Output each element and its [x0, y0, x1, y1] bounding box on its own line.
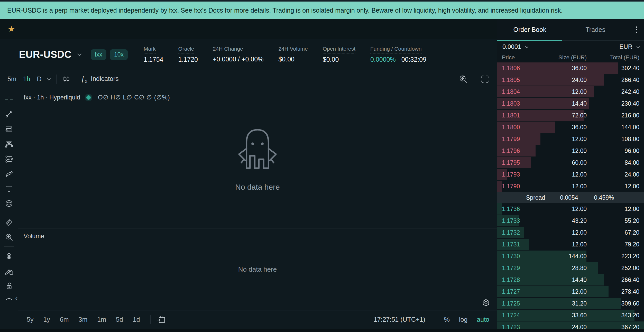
candlestick-style-icon[interactable]	[61, 74, 71, 84]
ask-row[interactable]: 1.180412.00242.40	[497, 86, 644, 98]
projection-icon[interactable]	[2, 151, 16, 166]
ask-total: 302.40	[587, 65, 639, 72]
ask-row[interactable]: 1.180524.00266.40	[497, 74, 644, 86]
bid-row[interactable]: 1.1730144.00223.20	[497, 250, 644, 262]
ask-total: 242.40	[587, 88, 639, 95]
brush-icon[interactable]	[2, 166, 16, 181]
magnet-icon[interactable]	[2, 248, 16, 263]
symbol-header: EUR-USDC fxx10x Mark1.1754Oracle1.172024…	[0, 39, 497, 70]
interval-button-D[interactable]: D	[34, 74, 45, 84]
lock-all-icon[interactable]	[2, 278, 16, 293]
bid-size: 12.00	[540, 241, 587, 248]
bid-row[interactable]: 1.172324.00367.20	[497, 321, 644, 329]
chart-toolbar: 5m1hD ƒx Indicators	[0, 70, 497, 88]
ask-row[interactable]: 1.180172.00216.00	[497, 109, 644, 121]
clock[interactable]: 17:27:51 (UTC+1)	[374, 316, 425, 323]
tab-order-book[interactable]: Order Book	[497, 26, 562, 33]
ask-row[interactable]: 1.179912.00108.00	[497, 133, 644, 145]
scale-button-percent[interactable]: %	[444, 316, 450, 323]
bid-row[interactable]: 1.172433.60343.20	[497, 309, 644, 321]
bid-price: 1.1733	[502, 217, 540, 224]
range-button-1d[interactable]: 1d	[133, 316, 140, 323]
spread-row: Spread 0.0054 0.459%	[497, 192, 644, 203]
bid-row[interactable]: 1.172928.80252.00	[497, 262, 644, 274]
bid-row[interactable]: 1.173212.0067.20	[497, 227, 644, 238]
bid-price: 1.1729	[502, 265, 540, 272]
tick-size-select[interactable]: 0.0001	[502, 43, 521, 50]
drawing-lock-icon[interactable]	[2, 263, 16, 278]
kebab-menu-icon[interactable]	[629, 26, 644, 33]
ask-total: 24.00	[587, 171, 639, 178]
bid-row[interactable]: 1.173612.0012.00	[497, 203, 644, 215]
eye-icon[interactable]	[2, 293, 16, 302]
ask-row[interactable]: 1.179312.0024.00	[497, 169, 644, 180]
quick-search-icon[interactable]	[458, 74, 469, 85]
bid-row[interactable]: 1.173112.0079.20	[497, 238, 644, 250]
bid-total: 55.20	[587, 217, 639, 224]
unit-select[interactable]: EUR	[619, 43, 632, 50]
range-button-3m[interactable]: 3m	[79, 316, 88, 323]
interval-button-1h[interactable]: 1h	[20, 74, 34, 84]
price-pane[interactable]: fxx · 1h · Hyperliquid O∅ H∅ L∅ C∅ ∅ (∅%…	[18, 88, 497, 228]
stat-value: 0.0000%	[370, 56, 396, 63]
bid-price: 1.1727	[502, 288, 540, 295]
legend-text: fxx · 1h · Hyperliquid	[24, 94, 80, 101]
ask-row[interactable]: 1.180036.00144.00	[497, 121, 644, 133]
range-button-1m[interactable]: 1m	[97, 316, 106, 323]
bid-total: 343.20	[587, 312, 639, 319]
bid-row[interactable]: 1.172531.20309.60	[497, 298, 644, 309]
text-tool-icon[interactable]	[2, 181, 16, 196]
collapse-toolbar-chevron-icon[interactable]: ‹	[15, 294, 18, 302]
goto-date-icon[interactable]	[156, 315, 165, 324]
orderbook-rows: 1.180636.00302.401.180524.00266.401.1804…	[497, 62, 644, 329]
ask-price: 1.1805	[502, 77, 540, 84]
settings-gear-icon[interactable]	[482, 298, 490, 308]
ask-row[interactable]: 1.180314.40230.40	[497, 98, 644, 109]
range-button-5d[interactable]: 5d	[116, 316, 123, 323]
depth-bar	[497, 181, 502, 192]
interval-dropdown-chevron-icon[interactable]	[47, 77, 51, 80]
bid-price: 1.1723	[502, 324, 540, 329]
stat-value: $0.00	[278, 56, 295, 63]
ask-total: 96.00	[587, 147, 639, 154]
ruler-icon[interactable]	[2, 215, 16, 230]
symbol-dropdown-chevron-icon[interactable]	[77, 52, 81, 56]
ask-total: 230.40	[587, 100, 639, 107]
ask-size: 72.00	[540, 112, 587, 119]
volume-pane[interactable]: Volume No data here	[18, 228, 497, 310]
docs-link[interactable]: Docs	[208, 7, 223, 14]
range-button-6m[interactable]: 6m	[60, 316, 69, 323]
asks-section: 1.180636.00302.401.180524.00266.401.1804…	[497, 62, 644, 192]
unit-dropdown-chevron-icon[interactable]	[637, 45, 640, 48]
orderbook-column-headers: Price Size (EUR) Total (EUR)	[497, 53, 644, 62]
range-button-1y[interactable]: 1y	[43, 316, 50, 323]
interval-button-5m[interactable]: 5m	[4, 74, 20, 84]
ask-row[interactable]: 1.180636.00302.40	[497, 62, 644, 74]
chart-legend: fxx · 1h · Hyperliquid O∅ H∅ L∅ C∅ ∅ (∅%…	[24, 94, 170, 101]
xabcd-pattern-icon[interactable]	[2, 136, 16, 151]
ask-price: 1.1806	[502, 65, 540, 72]
ask-row[interactable]: 1.179012.0012.00	[497, 180, 644, 192]
ask-total: 144.00	[587, 124, 639, 131]
indicators-button[interactable]: ƒx Indicators	[81, 74, 119, 84]
fib-retracement-icon[interactable]	[2, 122, 16, 136]
crosshair-icon[interactable]	[2, 92, 16, 107]
bid-row[interactable]: 1.172712.00278.40	[497, 286, 644, 298]
ask-row[interactable]: 1.179560.0084.00	[497, 157, 644, 169]
bid-row[interactable]: 1.172814.40266.40	[497, 274, 644, 286]
tab-trades[interactable]: Trades	[562, 26, 629, 33]
range-button-5y[interactable]: 5y	[27, 316, 33, 323]
stat-value: 1.1754	[144, 56, 163, 63]
scale-button-auto[interactable]: auto	[477, 316, 489, 323]
fullscreen-icon[interactable]	[480, 74, 490, 85]
bid-row[interactable]: 1.173343.2055.20	[497, 215, 644, 227]
trend-line-icon[interactable]	[2, 107, 16, 122]
ask-row[interactable]: 1.179612.0096.00	[497, 145, 644, 157]
zoom-in-icon[interactable]	[2, 230, 16, 245]
scale-button-log[interactable]: log	[459, 316, 467, 323]
tick-dropdown-chevron-icon[interactable]	[525, 45, 529, 48]
bid-total: 223.20	[587, 253, 639, 260]
favorite-star-icon[interactable]: ★	[8, 24, 15, 34]
symbol-name[interactable]: EUR-USDC	[19, 49, 72, 60]
emoji-icon[interactable]	[2, 196, 16, 211]
